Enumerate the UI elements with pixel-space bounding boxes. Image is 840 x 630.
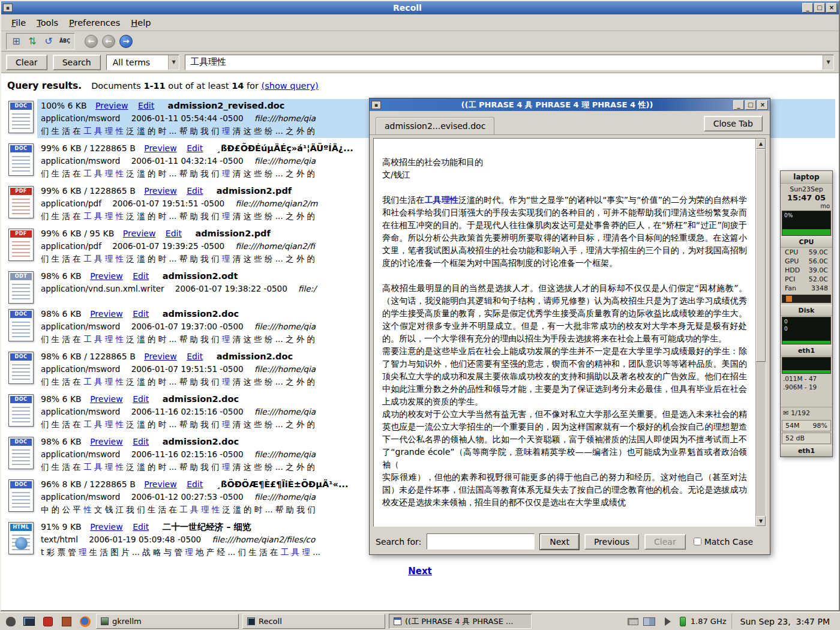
history-icon[interactable]: ↺ [41, 34, 56, 49]
tool-group: ⊞ ⇅ ↺ ÂBÇ [6, 33, 75, 50]
task-button-preview[interactable]: ((工 PHRASE 4 具 PHRASE ... [389, 614, 532, 629]
fan-krell-slider[interactable] [782, 295, 831, 303]
results-count-text: Documents [91, 81, 143, 91]
result-url: file:///home/qia [254, 449, 316, 459]
terminal-launcher-icon[interactable] [22, 614, 37, 629]
file-type-badge: DOC [10, 396, 32, 403]
menu-preferences[interactable]: Preferences [64, 16, 125, 30]
preview-link[interactable]: Preview [144, 479, 177, 489]
task-button-gkrellm[interactable]: gkrellm [96, 614, 239, 629]
update-index-icon[interactable]: ⇅ [25, 34, 40, 49]
clear-search-icon[interactable]: ⊞ [9, 34, 23, 49]
maximize-icon[interactable]: □ [814, 3, 825, 13]
close-icon[interactable]: × [826, 3, 837, 13]
keyboard-indicator-icon[interactable] [628, 618, 638, 625]
menu-tools[interactable]: Tools [31, 16, 64, 30]
result-date: 2006-01-07 19:51:51 -0500 [112, 199, 224, 208]
edit-link[interactable]: Edit [166, 229, 182, 238]
preview-link[interactable]: Preview [90, 437, 123, 446]
preview-titlebar[interactable]: ▪ ((工 PHRASE 4 具 PHRASE 4 理 PHRASE 4 性))… [370, 98, 770, 111]
window-menu-icon[interactable]: ▪ [3, 4, 13, 12]
find-clear-button[interactable]: Clear [644, 534, 686, 550]
match-case-label: Match Case [704, 537, 753, 547]
term-explorer-icon[interactable]: ÂBÇ [58, 34, 72, 49]
next-page-icon[interactable]: → [119, 35, 133, 48]
match-case-checkbox[interactable] [694, 538, 701, 545]
file-type-icon: ODT [8, 271, 34, 304]
result-mime: application/msword [41, 407, 120, 416]
chevron-down-icon[interactable]: ▼ [168, 55, 179, 70]
edit-link[interactable]: Edit [187, 352, 203, 361]
app-launcher-red-icon[interactable] [40, 614, 55, 629]
menu-help[interactable]: Help [125, 16, 156, 30]
battery-icon[interactable] [680, 617, 686, 626]
preview-scrollbar[interactable]: ▲ ▼ [755, 139, 766, 526]
search-bar: Clear Search All terms ▼ ▼ [1, 52, 839, 73]
preview-link[interactable]: Preview [144, 143, 177, 153]
preview-link[interactable]: Preview [90, 394, 123, 404]
edit-link[interactable]: Edit [133, 437, 149, 446]
disk-mark: 0 [784, 326, 788, 332]
preview-link[interactable]: Preview [95, 101, 128, 110]
result-date: 2006-01-11 05:54:44 -0500 [131, 113, 244, 123]
scroll-down-icon[interactable]: ▼ [756, 516, 766, 526]
task-button-recoll[interactable]: Recoll [242, 614, 385, 629]
preview-link[interactable]: Preview [144, 186, 177, 196]
next-page-link[interactable]: Next [408, 566, 432, 577]
scrollbar-thumb[interactable] [756, 149, 766, 362]
fan-row: Fan3348 [781, 284, 832, 293]
edit-link[interactable]: Edit [133, 394, 149, 404]
window-menu-icon[interactable]: ▪ [371, 101, 381, 109]
result-mime: application/pdf [41, 241, 101, 251]
result-title: admission2.doc [163, 437, 239, 446]
find-previous-button[interactable]: Previous [584, 534, 639, 550]
result-url: file:/ [298, 284, 316, 293]
show-query-link[interactable]: (show query) [261, 81, 318, 91]
search-input[interactable] [185, 55, 823, 70]
task-label: Recoll [259, 617, 282, 626]
edit-link[interactable]: Edit [133, 271, 149, 281]
menu-file[interactable]: File [6, 16, 31, 30]
footprint-launcher-icon[interactable] [3, 614, 18, 629]
volume-icon[interactable] [660, 617, 675, 626]
minimize-icon[interactable]: _ [733, 100, 744, 110]
file-type-badge: DOC [10, 145, 32, 152]
find-next-button[interactable]: Next [540, 534, 579, 550]
main-titlebar[interactable]: ▪ Recoll _ □ × [1, 1, 839, 14]
preview-link[interactable]: Preview [123, 229, 156, 238]
package-launcher-icon[interactable] [59, 614, 74, 629]
preview-link[interactable]: Preview [144, 352, 177, 361]
close-tab-button[interactable]: Close Tab [704, 116, 763, 131]
gkrellm-monitor[interactable]: laptop Sun23Sep 15:47 05 mo 0% CPU CPU59… [780, 170, 833, 457]
edit-link[interactable]: Edit [187, 479, 203, 489]
scroll-up-icon[interactable]: ▲ [756, 139, 766, 149]
file-type-icon: DOC [8, 437, 34, 469]
edit-link[interactable]: Edit [187, 186, 203, 196]
preview-tab[interactable]: admission2...evised.doc [376, 117, 494, 134]
search-button[interactable]: Search [53, 55, 101, 70]
preview-link[interactable]: Preview [90, 309, 123, 319]
search-mode-select[interactable]: All terms ▼ [106, 55, 179, 70]
result-date: 2006-01-07 19:39:25 -0500 [112, 241, 224, 251]
clear-button[interactable]: Clear [6, 55, 47, 70]
workspace-pager-icon[interactable] [643, 617, 655, 626]
minimize-icon[interactable]: _ [802, 3, 813, 13]
first-page-icon[interactable]: ← [85, 35, 98, 48]
query-history-arrow-icon[interactable]: ▼ [823, 55, 833, 70]
preview-link[interactable]: Preview [90, 522, 123, 532]
preview-link[interactable]: Preview [90, 271, 123, 281]
close-icon[interactable]: × [757, 100, 768, 110]
prev-page-icon[interactable]: ← [102, 35, 115, 48]
maximize-icon[interactable]: □ [745, 100, 756, 110]
taskbar-clock[interactable]: Sun Sep 23, 3:47 PM [731, 614, 836, 629]
edit-link[interactable]: Edit [133, 522, 149, 532]
firefox-launcher-icon[interactable] [77, 614, 92, 629]
edit-link[interactable]: Edit [187, 143, 203, 153]
edit-link[interactable]: Edit [138, 101, 154, 110]
result-relevance-size: 91% 9 KB [41, 522, 82, 532]
result-url: file:///home/qia [254, 407, 316, 416]
mail-monitor[interactable]: ✉ 1/192 [781, 407, 832, 419]
edit-link[interactable]: Edit [133, 309, 149, 319]
find-input[interactable] [427, 533, 535, 550]
scrollbar-track[interactable] [756, 149, 766, 516]
